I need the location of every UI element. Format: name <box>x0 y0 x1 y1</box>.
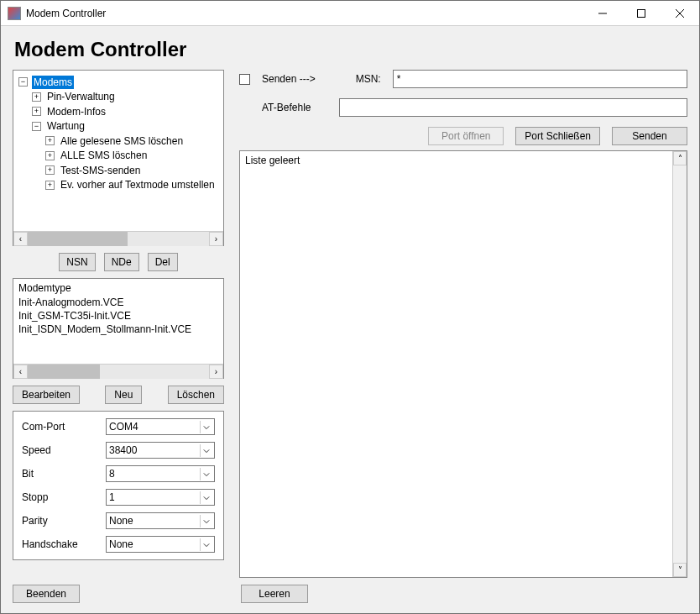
handshake-combo[interactable]: None <box>106 536 215 553</box>
tree-hscrollbar[interactable]: ‹ › <box>13 231 223 245</box>
log-output[interactable]: Liste geleert ˄ ˅ <box>239 150 687 578</box>
tree-root-label: Modems <box>32 76 74 89</box>
log-vscrollbar[interactable]: ˄ ˅ <box>672 151 687 577</box>
chevron-down-icon <box>200 538 212 551</box>
footer-row: Beenden Leeren <box>13 585 687 603</box>
tree-panel: Modems Pin-Verwaltung Modem-Infos Wartun… <box>13 70 224 246</box>
scroll-left-icon[interactable]: ‹ <box>13 232 28 246</box>
tree-item[interactable]: Wartung <box>32 119 86 133</box>
chevron-down-icon <box>200 468 212 480</box>
port-open-button[interactable]: Port öffnen <box>428 127 504 145</box>
clear-button[interactable]: Leeren <box>241 585 308 603</box>
mt-button-row: Bearbeiten Neu Löschen <box>13 386 224 404</box>
scroll-thumb[interactable] <box>28 365 100 379</box>
send-button[interactable]: Senden <box>612 127 687 145</box>
left-column: Modems Pin-Verwaltung Modem-Infos Wartun… <box>13 70 224 578</box>
msn-label: MSN: <box>356 73 381 85</box>
close-button[interactable] <box>661 1 699 25</box>
expand-icon[interactable] <box>45 151 55 160</box>
page-title: Modem Controller <box>14 38 687 61</box>
expand-icon[interactable] <box>32 92 41 102</box>
expand-icon[interactable] <box>32 122 41 131</box>
tree-item[interactable]: Test-SMS-senden <box>45 164 142 177</box>
columns: Modems Pin-Verwaltung Modem-Infos Wartun… <box>13 70 687 578</box>
scroll-down-icon[interactable]: ˅ <box>673 563 687 577</box>
tree-root[interactable]: Modems <box>18 76 74 89</box>
at-row: AT-Befehle <box>239 98 687 117</box>
chevron-down-icon <box>200 421 212 433</box>
app-icon <box>8 7 21 20</box>
log-text: Liste geleert <box>245 155 300 166</box>
comport-combo[interactable]: COM4 <box>106 418 215 435</box>
nde-button[interactable]: NDe <box>104 253 139 271</box>
tree-item[interactable]: ALLE SMS löschen <box>45 149 149 162</box>
new-button[interactable]: Neu <box>105 386 142 404</box>
speed-combo[interactable]: 38400 <box>106 442 215 459</box>
expand-icon[interactable] <box>45 136 55 145</box>
msn-input[interactable] <box>393 70 687 88</box>
delete-button[interactable]: Löschen <box>168 386 224 404</box>
send-checkbox-label: Senden ---> <box>262 73 316 85</box>
right-column: Senden ---> MSN: AT-Befehle Port öffnen … <box>239 70 687 578</box>
comport-label: Com-Port <box>22 421 97 433</box>
scroll-left-icon[interactable]: ‹ <box>13 365 28 379</box>
tree-item[interactable]: Modem-Infos <box>32 105 107 118</box>
list-item[interactable]: Init_ISDN_Modem_Stollmann-Init.VCE <box>18 323 218 336</box>
at-input[interactable] <box>339 98 687 117</box>
list-item[interactable]: Init_GSM-TC35i-Init.VCE <box>18 309 218 323</box>
maximize-button[interactable] <box>622 1 661 25</box>
expand-icon[interactable] <box>45 165 55 175</box>
bit-combo[interactable]: 8 <box>106 465 215 482</box>
expand-icon[interactable] <box>45 181 55 190</box>
chevron-down-icon <box>200 491 212 504</box>
at-label: AT-Befehle <box>262 102 327 113</box>
tree-item[interactable]: Alle gelesene SMS löschen <box>45 134 185 148</box>
port-panel: Com-PortCOM4 Speed38400 Bit8 Stopp1 Pari… <box>13 411 224 560</box>
chevron-down-icon <box>200 515 212 527</box>
scroll-up-icon[interactable]: ˄ <box>673 151 687 165</box>
modemtype-hscrollbar[interactable]: ‹ › <box>13 364 223 378</box>
edit-button[interactable]: Bearbeiten <box>13 386 80 404</box>
minimize-button[interactable] <box>583 1 622 25</box>
tree-item[interactable]: Ev. vorher auf Textmode umstellen <box>45 178 217 192</box>
stop-label: Stopp <box>22 491 97 503</box>
nsn-button[interactable]: NSN <box>59 253 95 271</box>
window-title: Modem Controller <box>26 8 583 19</box>
scroll-track[interactable] <box>28 365 209 379</box>
send-row: Senden ---> MSN: <box>239 70 687 88</box>
scroll-right-icon[interactable]: › <box>209 365 223 379</box>
modemtype-header: Modemtype <box>13 279 223 296</box>
stop-combo[interactable]: 1 <box>106 489 215 506</box>
chevron-down-icon <box>200 444 212 457</box>
bit-label: Bit <box>22 468 97 480</box>
expand-icon[interactable] <box>32 107 41 116</box>
expand-icon[interactable] <box>18 77 28 87</box>
parity-combo[interactable]: None <box>106 512 215 529</box>
scroll-right-icon[interactable]: › <box>209 232 223 246</box>
modemtype-panel: Modemtype Init-Analogmodem.VCE Init_GSM-… <box>13 278 224 379</box>
quit-button[interactable]: Beenden <box>13 585 80 603</box>
modemtype-list[interactable]: Init-Analogmodem.VCE Init_GSM-TC35i-Init… <box>13 296 223 364</box>
port-button-row: Port öffnen Port Schließen Senden <box>239 127 687 145</box>
list-item[interactable]: Init-Analogmodem.VCE <box>18 296 218 309</box>
scroll-track[interactable] <box>28 232 209 246</box>
body: Modem Controller Modems P <box>1 26 699 613</box>
tree-button-row: NSN NDe Del <box>13 253 224 271</box>
del-button[interactable]: Del <box>148 253 178 271</box>
tree-item[interactable]: Pin-Verwaltung <box>32 90 117 103</box>
port-close-button[interactable]: Port Schließen <box>515 127 600 145</box>
svg-rect-1 <box>638 9 645 17</box>
window-buttons <box>583 1 699 25</box>
parity-label: Parity <box>22 515 97 527</box>
speed-label: Speed <box>22 444 97 456</box>
handshake-label: Handschake <box>22 538 97 550</box>
titlebar: Modem Controller <box>1 1 699 26</box>
send-checkbox[interactable] <box>239 74 250 85</box>
scroll-track[interactable] <box>673 165 687 563</box>
app-window: Modem Controller Modem Controller M <box>0 0 700 614</box>
scroll-thumb[interactable] <box>28 232 128 246</box>
modem-tree[interactable]: Modems Pin-Verwaltung Modem-Infos Wartun… <box>13 71 223 231</box>
